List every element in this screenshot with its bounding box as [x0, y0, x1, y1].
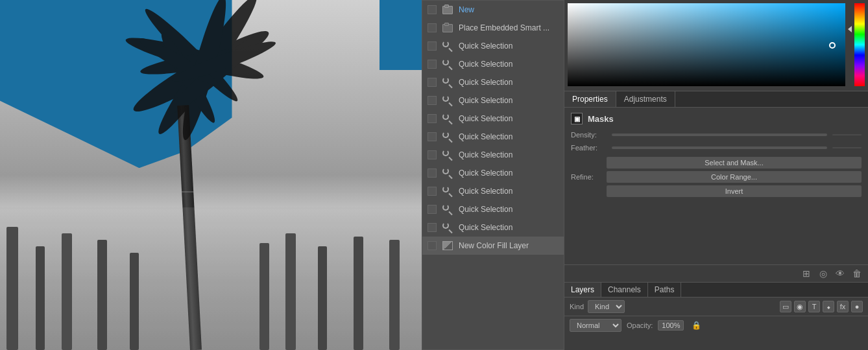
menu-label-qs-9: Quick Selection — [459, 187, 512, 196]
layer-text-icon[interactable]: T — [808, 301, 820, 312]
menu-icon-qs-7 — [442, 149, 453, 161]
hue-bar[interactable] — [854, 3, 865, 86]
density-label: Density: — [571, 131, 607, 139]
target-icon[interactable]: ◎ — [817, 268, 829, 279]
menu-item-color-fill[interactable]: New Color Fill Layer — [422, 237, 564, 255]
color-picker-circle[interactable] — [829, 42, 836, 49]
invert-button[interactable]: Invert — [607, 185, 862, 197]
properties-panel: Properties Adjustments ▣ Masks Density: … — [564, 91, 868, 282]
menu-checkbox-qs-11 — [428, 223, 437, 232]
layer-effects-icon[interactable]: fx — [837, 301, 849, 312]
menu-checkbox-qs-10 — [428, 205, 437, 214]
layers-panel: Layers Channels Paths Kind Kind ▭ ◉ T ⬥ … — [564, 282, 868, 350]
menu-item-qs-11[interactable]: Quick Selection — [422, 218, 564, 237]
density-row: Density: — [571, 131, 862, 139]
menu-checkbox-qs-4 — [428, 96, 437, 105]
menu-label-qs-8: Quick Selection — [459, 169, 512, 178]
canvas-area — [0, 0, 422, 350]
menu-label-fill: New Color Fill Layer — [459, 241, 529, 250]
menu-label-qs-5: Quick Selection — [459, 114, 512, 123]
menu-icon-fill — [442, 240, 453, 251]
properties-content: ▣ Masks Density: Feather: Refine: Select… — [564, 108, 868, 264]
menu-item-qs-1[interactable]: Quick Selection — [422, 37, 564, 55]
menu-icon-new — [442, 4, 453, 16]
menu-item-qs-4[interactable]: Quick Selection — [422, 91, 564, 110]
menu-checkbox-place — [428, 23, 437, 32]
menu-icon-qs-9 — [442, 185, 453, 197]
refine-buttons-group: Select and Mask... Color Range... Invert — [607, 157, 862, 197]
feather-label: Feather: — [571, 144, 607, 152]
layer-type-icon[interactable]: ▭ — [780, 301, 791, 312]
menu-icon-qs-2 — [442, 58, 453, 70]
masks-section-title: ▣ Masks — [571, 113, 862, 124]
menu-checkbox-qs-2 — [428, 60, 437, 69]
panel-bottom-icons: ⊞ ◎ 👁 🗑 — [564, 264, 868, 282]
density-slider[interactable] — [612, 134, 827, 136]
menu-checkbox-qs-7 — [428, 150, 437, 159]
menu-label-qs-7: Quick Selection — [459, 150, 512, 159]
grid-icon[interactable]: ⊞ — [801, 268, 812, 279]
menu-checkbox-qs-5 — [428, 114, 437, 123]
tab-adjustments[interactable]: Adjustments — [616, 91, 675, 107]
menu-item-qs-8[interactable]: Quick Selection — [422, 164, 564, 182]
select-and-mask-button[interactable]: Select and Mask... — [607, 157, 862, 169]
kind-label: Kind — [570, 303, 584, 310]
layer-adjust-icon[interactable]: ⬥ — [823, 301, 834, 312]
kind-dropdown[interactable]: Kind — [588, 300, 625, 313]
color-range-button[interactable]: Color Range... — [607, 171, 862, 183]
menu-icon-qs-10 — [442, 204, 453, 215]
feather-slider[interactable] — [612, 146, 827, 149]
opacity-label: Opacity: — [627, 321, 653, 329]
feather-value — [832, 147, 862, 148]
layers-bottom-bar: Normal Opacity: 100% 🔒 — [564, 316, 868, 334]
menu-label-place: Place Embedded Smart ... — [459, 23, 549, 32]
menu-icon-qs-3 — [442, 76, 453, 88]
menu-checkbox-fill — [428, 241, 437, 250]
blend-mode-dropdown[interactable]: Normal — [570, 319, 621, 332]
layer-dot-icon[interactable]: ● — [851, 301, 863, 312]
hue-arrow-indicator — [848, 26, 852, 32]
menu-icon-place — [442, 22, 453, 34]
menu-icon-qs-6 — [442, 131, 453, 143]
menu-checkbox-qs-9 — [428, 187, 437, 196]
menu-label-qs-2: Quick Selection — [459, 60, 512, 69]
trash-icon[interactable]: 🗑 — [851, 268, 863, 279]
menu-item-qs-2[interactable]: Quick Selection — [422, 55, 564, 73]
refine-row: Refine: Select and Mask... Color Range..… — [571, 157, 862, 197]
feather-row: Feather: — [571, 144, 862, 152]
menu-label-qs-6: Quick Selection — [459, 132, 512, 141]
menu-item-qs-6[interactable]: Quick Selection — [422, 128, 564, 146]
tab-layers[interactable]: Layers — [564, 283, 601, 297]
tab-channels[interactable]: Channels — [601, 283, 648, 297]
density-value — [832, 134, 862, 135]
layers-tabs: Layers Channels Paths — [564, 283, 868, 298]
eye-icon[interactable]: 👁 — [834, 268, 846, 279]
context-menu: New Place Embedded Smart ... Quick Selec… — [422, 0, 564, 350]
layer-pixel-icon[interactable]: ◉ — [794, 301, 806, 312]
menu-item-qs-3[interactable]: Quick Selection — [422, 73, 564, 91]
menu-icon-qs-8 — [442, 167, 453, 179]
menu-label-qs-10: Quick Selection — [459, 205, 512, 214]
tab-paths[interactable]: Paths — [648, 283, 682, 297]
menu-item-new[interactable]: New — [422, 1, 564, 19]
menu-item-qs-7[interactable]: Quick Selection — [422, 146, 564, 164]
menu-icon-qs-11 — [442, 222, 453, 233]
menu-label-qs-1: Quick Selection — [459, 41, 512, 51]
menu-label-new: New — [459, 5, 474, 14]
tab-properties[interactable]: Properties — [564, 91, 616, 107]
menu-icon-qs-1 — [442, 40, 453, 52]
mask-icon: ▣ — [571, 113, 583, 124]
menu-item-qs-9[interactable]: Quick Selection — [422, 182, 564, 200]
menu-label-qs-4: Quick Selection — [459, 96, 512, 105]
menu-item-qs-5[interactable]: Quick Selection — [422, 110, 564, 128]
menu-icon-qs-4 — [442, 95, 453, 106]
menu-checkbox-qs-6 — [428, 132, 437, 141]
menu-checkbox-qs-8 — [428, 169, 437, 178]
masks-label: Masks — [588, 114, 614, 124]
right-panel: Properties Adjustments ▣ Masks Density: … — [564, 0, 868, 350]
color-gradient[interactable] — [568, 3, 845, 86]
menu-item-qs-10[interactable]: Quick Selection — [422, 200, 564, 218]
menu-checkbox-new — [428, 5, 437, 14]
menu-item-place-embedded[interactable]: Place Embedded Smart ... — [422, 19, 564, 37]
menu-checkbox-qs-3 — [428, 78, 437, 87]
